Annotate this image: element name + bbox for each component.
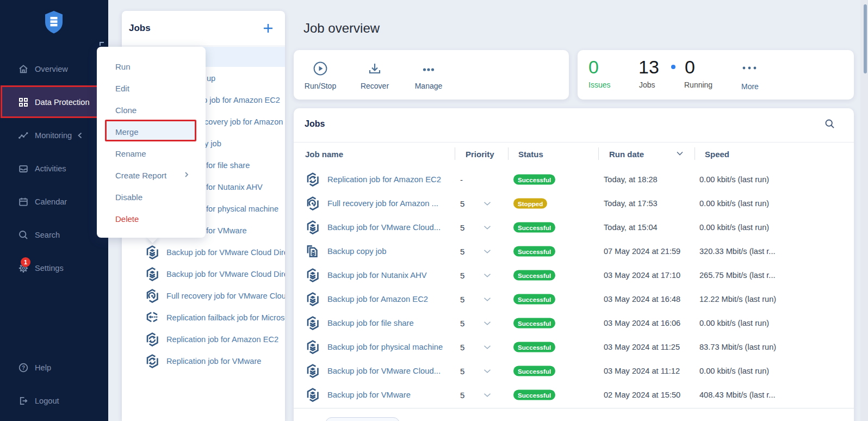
svg-text:?: ?	[22, 365, 25, 371]
